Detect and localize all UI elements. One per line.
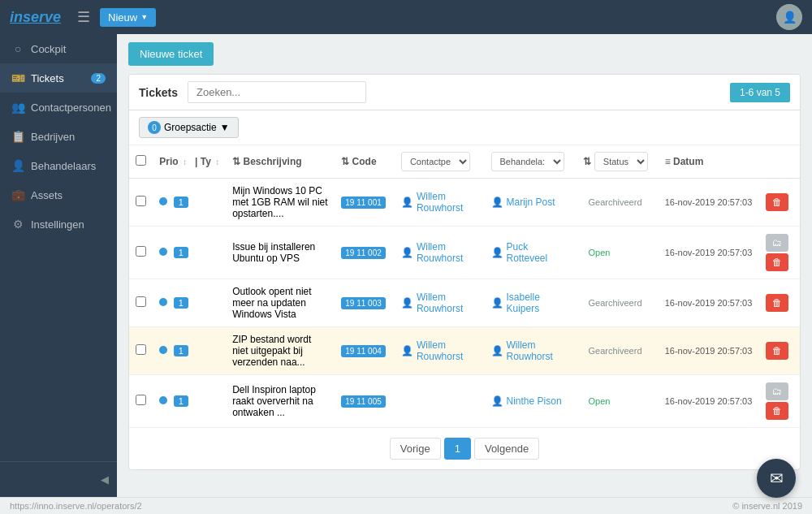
row-behandelaar-cell: 👤Isabelle Kuipers	[485, 279, 577, 327]
sidebar-item-instellingen[interactable]: ⚙ Instellingen	[0, 209, 117, 239]
row-prio-cell: 1	[153, 375, 226, 428]
row-status-cell: Gearchiveerd	[577, 327, 658, 375]
row-contact-cell: 👤Willem Rouwhorst	[395, 327, 485, 375]
behandelaar-link[interactable]: 👤Willem Rouwhorst	[491, 339, 571, 362]
tickets-panel-header: Tickets 1-6 van 5	[129, 75, 800, 110]
contact-icon: 👤	[401, 247, 413, 258]
th-contactpersoon[interactable]: Contactpe	[395, 145, 485, 179]
th-beschrijving[interactable]: ⇅ Beschrijving	[226, 145, 335, 179]
sidebar-item-behandelaars[interactable]: 👤 Behandelaars	[0, 151, 117, 180]
th-datum-label: Datum	[673, 156, 703, 167]
chat-icon: ✉	[770, 469, 784, 488]
row-status-cell: Gearchiveerd	[577, 279, 658, 327]
row-date-cell: 16-nov-2019 20:57:03	[659, 327, 759, 375]
delete-button[interactable]: 🗑	[766, 193, 788, 211]
code-badge: 19 11 004	[341, 345, 386, 357]
row-date: 16-nov-2019 20:57:03	[665, 197, 753, 207]
avatar-circle: 👤	[776, 4, 802, 30]
row-behandelaar-cell: 👤Willem Rouwhorst	[485, 327, 577, 375]
sidebar-label-instellingen: Instellingen	[31, 218, 84, 231]
new-ticket-button[interactable]: Nieuwe ticket	[128, 42, 214, 66]
row-checkbox[interactable]	[136, 246, 146, 257]
sidebar-item-bedrijven[interactable]: 📋 Bedrijven	[0, 122, 117, 151]
prio-dot	[159, 197, 167, 205]
behandelaar-icon: 👤	[491, 345, 503, 356]
filter-bar: 0 Groepsactie ▼	[129, 110, 800, 145]
th-code[interactable]: ⇅ Code	[335, 145, 395, 179]
brand-logo[interactable]: inserve	[10, 9, 61, 26]
row-behandelaar-cell: 👤Marijn Post	[485, 179, 577, 227]
archive-button[interactable]: 🗂	[766, 234, 788, 252]
groepsactie-button[interactable]: 0 Groepsactie ▼	[139, 117, 239, 138]
user-avatar[interactable]: 👤	[776, 4, 802, 30]
page-1-button[interactable]: 1	[444, 438, 471, 460]
hamburger-icon[interactable]: ☰	[77, 8, 90, 26]
row-checkbox[interactable]	[136, 344, 146, 355]
tickets-icon: 🎫	[11, 71, 24, 84]
delete-button[interactable]: 🗑	[766, 342, 788, 360]
row-checkbox[interactable]	[136, 395, 146, 405]
sort-icon-beschrijving: ⇅	[232, 156, 240, 167]
row-actions-cell: 🗂🗑	[758, 227, 800, 279]
row-description: ZIP bestand wordt niet uitgepakt bij ver…	[232, 334, 311, 368]
prio-number: 1	[174, 395, 188, 407]
th-datum[interactable]: ≡ Datum	[659, 145, 759, 179]
th-prio[interactable]: Prio ↕ | Ty ↕	[153, 145, 226, 179]
contactpersoon-select[interactable]: Contactpe	[401, 152, 470, 171]
behandelaar-link[interactable]: 👤Isabelle Kuipers	[491, 292, 571, 314]
th-status[interactable]: ⇅ Status	[577, 145, 658, 179]
contact-link[interactable]: 👤Willem Rouwhorst	[401, 292, 478, 314]
table-row: 1 ZIP bestand wordt niet uitgepakt bij v…	[129, 327, 800, 375]
contact-link[interactable]: 👤Willem Rouwhorst	[401, 339, 478, 362]
behandelaar-select[interactable]: Behandela:	[491, 152, 564, 171]
code-badge: 19 11 005	[341, 395, 386, 408]
row-checkbox[interactable]	[136, 196, 146, 206]
sidebar-label-assets: Assets	[31, 189, 63, 201]
prio-dot	[159, 298, 167, 306]
tickets-badge: 2	[91, 73, 106, 84]
th-type-label: | Ty	[195, 156, 211, 167]
prio-number: 1	[174, 297, 188, 309]
table-row: 1 Outlook opent niet meer na updaten Win…	[129, 279, 800, 327]
delete-button[interactable]: 🗑	[766, 402, 788, 420]
status-badge: Open	[583, 246, 615, 259]
sidebar-label-cockpit: Cockpit	[31, 43, 66, 55]
bedrijven-icon: 📋	[11, 130, 24, 143]
prev-page-button[interactable]: Vorige	[390, 438, 441, 460]
behandelaar-link[interactable]: 👤Ninthe Pison	[491, 395, 571, 407]
th-code-label: Code	[352, 156, 377, 167]
code-badge: 19 11 001	[341, 197, 386, 209]
th-check	[129, 145, 153, 179]
th-behandelaar[interactable]: Behandela:	[485, 145, 577, 179]
status-badge: Gearchiveerd	[583, 344, 646, 357]
main-layout: ○ Cockpit 🎫 Tickets 2 👥 Contactpersonen …	[0, 34, 812, 497]
behandelaars-icon: 👤	[11, 159, 24, 172]
archive-button[interactable]: 🗂	[766, 382, 788, 400]
row-description-cell: Dell Inspiron laptop raakt oververhit na…	[226, 375, 335, 428]
contact-link[interactable]: 👤Willem Rouwhorst	[401, 191, 478, 214]
contact-link[interactable]: 👤Willem Rouwhorst	[401, 241, 478, 264]
sidebar-item-contactpersonen[interactable]: 👥 Contactpersonen	[0, 93, 117, 122]
delete-button[interactable]: 🗑	[766, 253, 788, 271]
sidebar-item-tickets[interactable]: 🎫 Tickets 2	[0, 63, 117, 93]
sidebar-label-bedrijven: Bedrijven	[31, 131, 75, 143]
behandelaar-link[interactable]: 👤Puck Rotteveel	[491, 241, 571, 264]
select-all-checkbox[interactable]	[136, 155, 146, 166]
behandelaar-link[interactable]: 👤Marijn Post	[491, 197, 571, 208]
sidebar-item-cockpit[interactable]: ○ Cockpit	[0, 34, 117, 63]
chat-fab-button[interactable]: ✉	[757, 459, 796, 498]
row-code-cell: 19 11 002	[335, 227, 395, 279]
next-page-button[interactable]: Volgende	[474, 438, 539, 460]
footer-copy: © inserve.nl 2019	[732, 501, 802, 511]
search-input[interactable]	[188, 81, 366, 103]
status-select[interactable]: Status	[594, 152, 648, 171]
sidebar-item-assets[interactable]: 💼 Assets	[0, 180, 117, 209]
row-checkbox[interactable]	[136, 296, 146, 307]
delete-button[interactable]: 🗑	[766, 294, 788, 312]
row-date: 16-nov-2019 20:57:03	[665, 396, 753, 406]
new-button[interactable]: Nieuw	[100, 8, 156, 27]
row-actions-cell: 🗂🗑	[758, 375, 800, 428]
sidebar-label-behandelaars: Behandelaars	[31, 160, 96, 172]
behandelaar-icon: 👤	[491, 247, 503, 258]
sidebar-toggle[interactable]: ◀	[0, 469, 117, 490]
